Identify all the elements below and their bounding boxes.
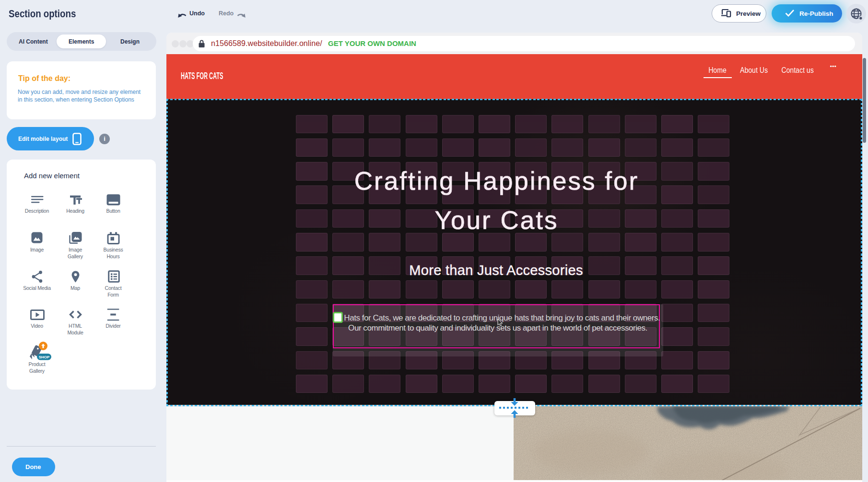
- svg-text:SHOP: SHOP: [39, 355, 50, 359]
